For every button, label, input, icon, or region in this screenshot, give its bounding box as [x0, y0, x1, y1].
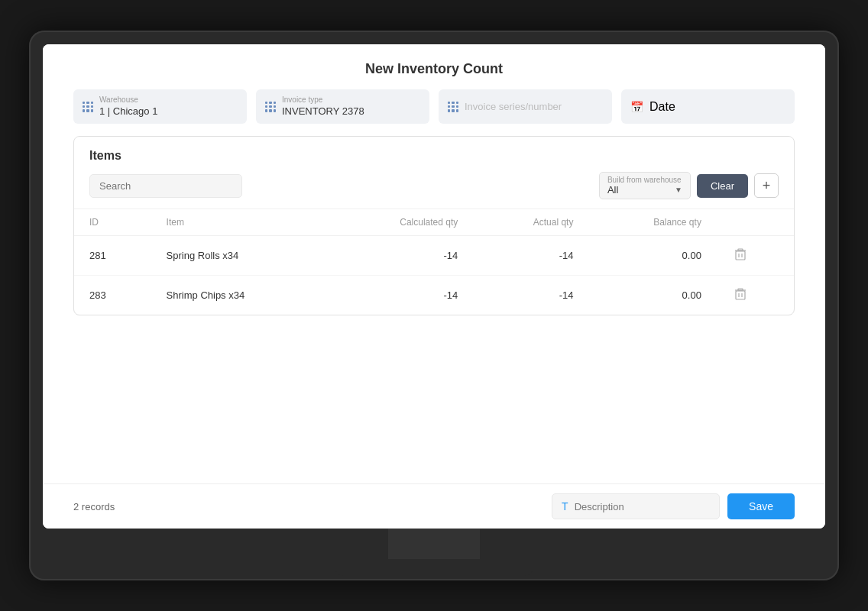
- cell-item: Spring Rolls x34: [151, 236, 329, 276]
- clear-button[interactable]: Clear: [697, 174, 748, 198]
- items-toolbar: Build from warehouse All ▼ Clear +: [89, 172, 779, 199]
- calendar-icon: 📅: [630, 101, 643, 113]
- cell-balance-qty: 0.00: [588, 236, 716, 276]
- top-fields: Warehouse 1 | Chicago 1 Invoice type INV…: [43, 89, 825, 136]
- col-calculated-qty: Calculated qty: [329, 209, 473, 236]
- chevron-down-icon: ▼: [675, 186, 682, 194]
- monitor-stand-neck: [388, 529, 480, 559]
- items-table: ID Item Calculated qty Actual qty Balanc…: [74, 209, 794, 315]
- text-icon: T: [562, 500, 568, 512]
- svg-rect-5: [736, 291, 745, 299]
- main-area: Items Build from warehouse All ▼: [43, 136, 825, 483]
- cell-calculated-qty: -14: [329, 236, 473, 276]
- grid-icon-2: [265, 102, 276, 112]
- cell-actions: [717, 276, 794, 315]
- build-from-value: All: [607, 184, 618, 196]
- invoice-series-field[interactable]: Invoice series/number: [439, 89, 612, 124]
- col-actions: [717, 209, 794, 236]
- invoice-type-label: Invoice type: [282, 95, 364, 104]
- table-row: 281 Spring Rolls x34 -14 -14 0.00: [74, 236, 794, 276]
- date-placeholder: Date: [649, 100, 675, 114]
- cell-id: 281: [74, 236, 151, 276]
- warehouse-field[interactable]: Warehouse 1 | Chicago 1: [73, 89, 247, 124]
- col-id: ID: [74, 209, 151, 236]
- description-field[interactable]: T: [552, 493, 720, 519]
- cell-balance-qty: 0.00: [588, 276, 716, 315]
- cell-calculated-qty: -14: [329, 276, 473, 315]
- delete-row-button[interactable]: [732, 247, 749, 264]
- invoice-series-placeholder: Invoice series/number: [465, 101, 562, 112]
- date-field[interactable]: 📅 Date: [621, 89, 795, 124]
- screen: New Inventory Count Warehouse 1 | Chicag…: [43, 44, 825, 529]
- items-title: Items: [89, 149, 779, 163]
- app-content: New Inventory Count Warehouse 1 | Chicag…: [43, 44, 825, 529]
- monitor-stand-base: [335, 559, 533, 576]
- warehouse-label: Warehouse: [99, 95, 157, 104]
- delete-row-button[interactable]: [732, 286, 749, 304]
- col-actual-qty: Actual qty: [473, 209, 588, 236]
- description-input[interactable]: [575, 501, 710, 512]
- svg-rect-9: [738, 289, 743, 290]
- cell-item: Shrimp Chips x34: [151, 276, 329, 315]
- search-input[interactable]: [89, 174, 242, 198]
- items-header: Items Build from warehouse All ▼: [74, 137, 794, 209]
- col-balance-qty: Balance qty: [588, 209, 716, 236]
- records-count: 2 records: [73, 501, 115, 512]
- cell-actual-qty: -14: [473, 236, 588, 276]
- monitor: New Inventory Count Warehouse 1 | Chicag…: [29, 31, 839, 580]
- grid-icon-3: [448, 102, 458, 112]
- page-title: New Inventory Count: [43, 44, 825, 89]
- footer-right: T Save: [552, 493, 795, 519]
- col-item: Item: [151, 209, 329, 236]
- cell-id: 283: [74, 276, 151, 315]
- warehouse-value: 1 | Chicago 1: [99, 105, 157, 117]
- invoice-type-value: INVENTORY 2378: [282, 105, 364, 117]
- build-from-label: Build from warehouse: [607, 176, 682, 184]
- cell-actual-qty: -14: [473, 276, 588, 315]
- cell-actions: [717, 236, 794, 276]
- svg-rect-4: [738, 249, 743, 251]
- invoice-type-field[interactable]: Invoice type INVENTORY 2378: [256, 89, 429, 124]
- svg-rect-0: [736, 251, 745, 260]
- build-from-dropdown[interactable]: Build from warehouse All ▼: [599, 172, 691, 199]
- footer-bar: 2 records T Save: [43, 483, 825, 529]
- add-item-button[interactable]: +: [754, 173, 779, 198]
- table-row: 283 Shrimp Chips x34 -14 -14 0.00: [74, 276, 794, 315]
- grid-icon: [83, 102, 93, 112]
- save-button[interactable]: Save: [727, 493, 795, 519]
- items-panel: Items Build from warehouse All ▼: [73, 136, 795, 315]
